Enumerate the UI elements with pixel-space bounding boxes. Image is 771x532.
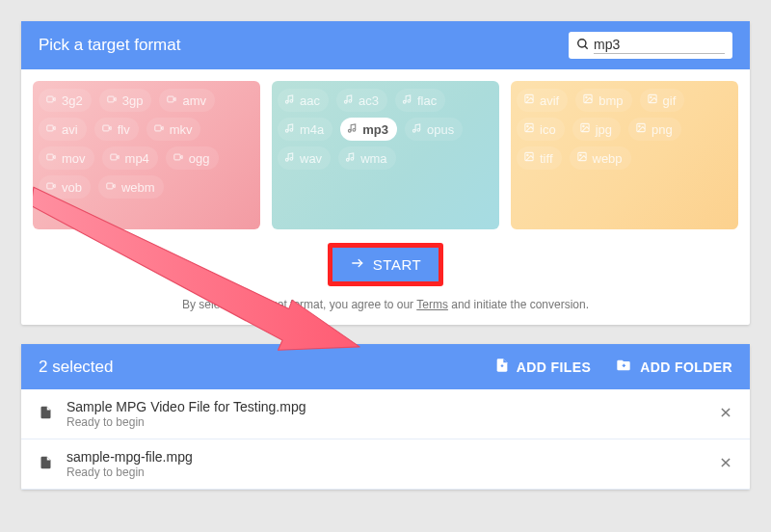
format-chip-label: m4a	[300, 122, 324, 137]
file-meta: Sample MPG Video File for Testing.mpgRea…	[66, 399, 719, 429]
terms-post: and initiate the conversion.	[448, 298, 589, 311]
svg-rect-8	[47, 125, 53, 131]
terms-pre: By selecting a target format, you agree …	[182, 298, 416, 311]
svg-point-35	[417, 128, 420, 131]
format-chip-label: amv	[182, 93, 206, 108]
file-row: sample-mpg-file.mpgReady to begin	[21, 439, 750, 490]
music-icon	[284, 122, 295, 137]
video-icon	[45, 180, 57, 194]
format-chip-label: gif	[663, 93, 677, 108]
music-icon	[345, 151, 356, 166]
format-chip-opus[interactable]: opus	[405, 118, 463, 141]
file-add-icon	[494, 357, 510, 377]
video-icon	[45, 93, 57, 107]
format-chip-ico[interactable]: ico	[517, 118, 565, 141]
format-chip-label: mp4	[125, 151, 149, 166]
format-chip-label: opus	[427, 122, 454, 137]
search-value: mp3	[594, 37, 725, 54]
format-chip-gif[interactable]: gif	[640, 89, 685, 112]
format-chip-label: wav	[300, 151, 322, 166]
format-chip-aac[interactable]: aac	[278, 89, 329, 112]
format-chip-label: ico	[540, 122, 556, 137]
format-picker-header: Pick a target format mp3	[21, 21, 750, 69]
video-icon	[45, 151, 57, 165]
music-icon	[284, 93, 295, 108]
add-files-button[interactable]: ADD FILES	[494, 357, 592, 377]
format-chip-avif[interactable]: avif	[517, 89, 568, 112]
format-chip-vob[interactable]: vob	[39, 175, 91, 199]
format-chip-label: png	[651, 122, 673, 137]
format-chip-flac[interactable]: flac	[395, 89, 445, 112]
image-icon	[523, 151, 535, 165]
format-chip-m4a[interactable]: m4a	[278, 118, 332, 141]
file-name: Sample MPG Video File for Testing.mpg	[66, 399, 719, 414]
music-icon	[343, 93, 354, 108]
svg-rect-4	[108, 96, 114, 102]
svg-point-39	[351, 157, 354, 160]
format-chip-tiff[interactable]: tiff	[517, 146, 562, 170]
svg-point-31	[290, 128, 293, 131]
image-icon	[579, 122, 591, 136]
format-chip-mp4[interactable]: mp4	[102, 146, 158, 170]
file-name: sample-mpg-file.mpg	[66, 449, 719, 465]
remove-file-button[interactable]	[719, 456, 732, 473]
format-chip-label: flv	[118, 122, 130, 137]
start-button[interactable]: START	[328, 243, 443, 286]
format-chip-png[interactable]: png	[628, 118, 681, 141]
video-icon	[106, 93, 118, 107]
format-chip-label: 3gp	[122, 93, 144, 108]
svg-rect-10	[102, 125, 108, 131]
file-icon	[39, 454, 53, 475]
format-chip-label: wma	[360, 151, 386, 166]
format-chip-3g2[interactable]: 3g2	[39, 89, 92, 112]
svg-point-49	[582, 125, 583, 126]
format-chip-3gp[interactable]: 3gp	[99, 89, 152, 112]
svg-rect-14	[47, 154, 53, 160]
video-icon	[173, 151, 184, 165]
video-icon	[101, 122, 113, 136]
format-categories-row: 3g23gpamvaviflvmkvmovmp4oggvobwebmaacac3…	[21, 69, 750, 229]
terms-link[interactable]: Terms	[416, 298, 448, 311]
format-chip-flv[interactable]: flv	[94, 118, 139, 141]
format-chip-label: mov	[62, 151, 86, 166]
format-chip-amv[interactable]: amv	[159, 89, 215, 112]
format-chip-jpg[interactable]: jpg	[572, 118, 621, 141]
add-folder-button[interactable]: ADD FOLDER	[614, 357, 732, 377]
format-chip-webm[interactable]: webm	[98, 175, 164, 199]
format-chip-bmp[interactable]: bmp	[575, 89, 631, 112]
arrow-right-icon	[350, 256, 365, 273]
image-icon	[647, 93, 658, 107]
search-icon	[576, 38, 590, 54]
svg-rect-20	[47, 183, 53, 189]
file-row: Sample MPG Video File for Testing.mpgRea…	[21, 389, 750, 439]
format-category-card: aacac3flacm4amp3opuswavwma	[272, 81, 499, 229]
format-chip-ogg[interactable]: ogg	[166, 146, 219, 170]
svg-point-27	[349, 99, 352, 102]
format-chip-wma[interactable]: wma	[338, 146, 395, 170]
svg-point-34	[412, 129, 415, 132]
format-picker-panel: Pick a target format mp3 3g23gpamvaviflv…	[21, 21, 750, 325]
format-chip-label: avi	[62, 122, 78, 137]
format-chip-webp[interactable]: webp	[570, 146, 631, 170]
svg-point-41	[527, 96, 528, 97]
svg-point-38	[347, 158, 350, 161]
format-chip-mov[interactable]: mov	[39, 146, 94, 170]
svg-point-0	[578, 39, 586, 46]
image-icon	[523, 122, 535, 136]
terms-text: By selecting a target format, you agree …	[21, 292, 750, 325]
music-icon	[284, 151, 295, 166]
format-chip-avi[interactable]: avi	[39, 118, 87, 141]
format-chip-ac3[interactable]: ac3	[336, 89, 387, 112]
remove-file-button[interactable]	[719, 406, 732, 423]
format-chip-label: ogg	[189, 151, 210, 166]
file-status: Ready to begin	[66, 415, 719, 429]
svg-rect-12	[154, 125, 160, 131]
format-chip-wav[interactable]: wav	[278, 146, 331, 170]
svg-point-26	[344, 100, 347, 103]
format-chip-mp3[interactable]: mp3	[340, 118, 397, 141]
format-chip-label: aac	[300, 93, 320, 108]
video-icon	[45, 122, 57, 136]
search-input[interactable]: mp3	[569, 32, 732, 59]
selected-count-label: 2 selected	[39, 358, 114, 377]
format-chip-mkv[interactable]: mkv	[146, 118, 201, 141]
